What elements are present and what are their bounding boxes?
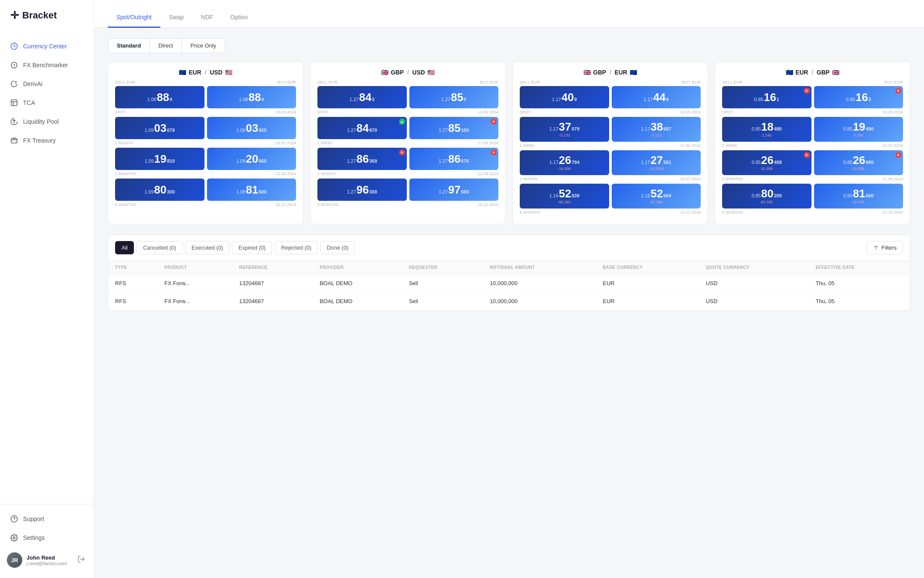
tab-swap[interactable]: Swap bbox=[160, 8, 192, 28]
mode-direct-button[interactable]: Direct bbox=[150, 39, 182, 53]
price-button-buy[interactable]: ▼ 1.27 85 100 bbox=[409, 117, 499, 139]
price-button-sell[interactable]: 1.09 80 300 bbox=[115, 179, 204, 201]
mode-standard-button[interactable]: Standard bbox=[108, 39, 150, 53]
table-row[interactable]: RFSFX Forw...13204687BOAL DEMOSell10,000… bbox=[108, 292, 910, 310]
price-button-sell[interactable]: 1.27 96 300 bbox=[317, 179, 407, 201]
price-prefix: 1.27 bbox=[347, 128, 356, 133]
price-display: 1.17 38 687 bbox=[641, 121, 671, 132]
price-main: 88 bbox=[157, 92, 169, 103]
price-button-sell[interactable]: 1.08 88 4 bbox=[115, 86, 204, 108]
sell-label: SELL EUR bbox=[722, 80, 742, 84]
sidebar-item-support[interactable]: Support bbox=[0, 509, 94, 528]
table-column-header: EFFECTIVE DATE bbox=[809, 261, 910, 274]
table-cell-quote-currency: USD bbox=[699, 274, 809, 292]
price-button-buy[interactable]: 1.08 88 4 bbox=[207, 86, 296, 108]
mode-price-only-button[interactable]: Price Only bbox=[182, 39, 225, 53]
price-display: 1.09 20 660 bbox=[236, 153, 267, 164]
period-label: 6 MONTHS bbox=[722, 210, 743, 215]
filter-tab-expired[interactable]: Expired (0) bbox=[232, 241, 272, 254]
price-button-buy[interactable]: 1.17 44 9 bbox=[612, 86, 701, 108]
bottom-panel: AllCancelled (0)Executed (0)Expired (0)R… bbox=[108, 235, 910, 311]
price-button-buy[interactable]: 1.09 03 925 bbox=[207, 117, 296, 139]
table-cell-provider: BOAL DEMO bbox=[313, 274, 402, 292]
price-button-buy[interactable]: 1.27 97 500 bbox=[409, 179, 499, 201]
price-suffix: 3 bbox=[372, 97, 374, 102]
sidebar-item-settings[interactable]: Settings bbox=[0, 528, 94, 547]
table-column-header: QUOTE CURRENCY bbox=[699, 261, 809, 274]
price-button-sell[interactable]: 0.85 18 490 2.240 bbox=[722, 117, 811, 142]
price-button-sell[interactable]: 1.17 26 794 -14.306 bbox=[520, 150, 609, 175]
price-button-buy[interactable]: ▼ 0.85 16 3 bbox=[814, 86, 903, 108]
price-button-sell[interactable]: 1.27 84 3 bbox=[317, 86, 407, 108]
price-button-sell[interactable]: ▼ 0.85 26 408 10.308 bbox=[722, 150, 811, 175]
price-button-sell[interactable]: ▲ 1.27 84 870 bbox=[317, 117, 407, 139]
tab-spot-outright[interactable]: Spot/Outright bbox=[108, 8, 160, 28]
tab-ndf[interactable]: NDF bbox=[192, 8, 222, 28]
filter-tab-rejected[interactable]: Rejected (0) bbox=[275, 241, 318, 254]
filter-tab-cancelled[interactable]: Cancelled (0) bbox=[136, 241, 182, 254]
period-row: SPOT 10.05.2024 bbox=[115, 110, 296, 114]
price-display: 1.09 03 079 bbox=[145, 122, 175, 134]
svg-rect-2 bbox=[11, 100, 17, 106]
price-button-buy[interactable]: 1.17 27 581 -14.2199 bbox=[612, 150, 701, 175]
price-button-sell[interactable]: 1.16 52 839 -88.261 bbox=[520, 184, 609, 209]
price-button-sell[interactable]: ▼ 0.85 16 1 bbox=[722, 86, 811, 108]
price-button-buy[interactable]: 1.16 52 604 -87.196 bbox=[612, 184, 701, 209]
price-button-buy[interactable]: 1.27 85 0 bbox=[409, 86, 499, 108]
price-button-sell[interactable]: 1.17 40 9 bbox=[520, 86, 609, 108]
sell-label: SELL EUR bbox=[520, 80, 540, 84]
page-body: Standard Direct Price Only 🇪🇺 EUR / USD … bbox=[94, 28, 924, 321]
filter-tab-done[interactable]: Done (0) bbox=[320, 241, 355, 254]
separator: / bbox=[407, 69, 409, 76]
price-main: 26 bbox=[761, 155, 773, 166]
sidebar-item-derivai[interactable]: DerivAi bbox=[0, 74, 94, 93]
period-label: 2 MONTHS bbox=[115, 172, 136, 176]
table-cell-base-currency: EUR bbox=[596, 274, 699, 292]
price-button-buy[interactable]: 0.85 19 490 2.290 bbox=[814, 117, 903, 142]
filter-tab-all[interactable]: All bbox=[115, 241, 134, 254]
price-prefix: 1.17 bbox=[549, 126, 558, 131]
sidebar-item-fx-treasury[interactable]: FX Treasury bbox=[0, 131, 94, 150]
price-row: ▲ 1.27 84 870 ▼ 1.27 85 100 bbox=[317, 117, 498, 139]
price-prefix: 0.85 bbox=[752, 126, 761, 131]
period-date: 17.06.2024 bbox=[478, 141, 498, 145]
price-button-buy[interactable]: 1.09 20 660 bbox=[207, 148, 296, 170]
price-main: 18 bbox=[761, 121, 773, 132]
price-button-sell[interactable]: 1.17 37 079 -3.170 bbox=[520, 117, 609, 142]
table-row[interactable]: RFSFX Forw...13204687BOAL DEMOSell10,000… bbox=[108, 274, 910, 292]
filter-tabs: AllCancelled (0)Executed (0)Expired (0)R… bbox=[108, 235, 910, 261]
table-cell-notional-amount: 10,000,000 bbox=[483, 274, 596, 292]
tab-navigation: Spot/Outright Swap NDF Option bbox=[108, 8, 910, 27]
price-button-buy[interactable]: ▼ 0.85 26 680 10.308 bbox=[814, 150, 903, 175]
filters-button[interactable]: Filters bbox=[867, 241, 903, 254]
price-row: 1.17 37 079 -3.170 1.17 38 687 -3.113 bbox=[520, 117, 701, 142]
price-button-buy[interactable]: 1.08 81 500 bbox=[207, 179, 296, 201]
buy-label: BUY EUR bbox=[682, 80, 701, 84]
sidebar-item-liquidity-pool[interactable]: Liquidity Pool bbox=[0, 112, 94, 131]
sidebar-item-fx-benchmarker[interactable]: FX Benchmarker bbox=[0, 56, 94, 74]
price-suffix: 600 bbox=[866, 193, 874, 198]
price-button-buy[interactable]: ▼ 1.27 86 676 bbox=[409, 148, 499, 170]
price-suffix: 369 bbox=[369, 158, 377, 164]
logout-button[interactable] bbox=[76, 554, 87, 566]
price-button-sell[interactable]: 0.85 80 200 63.700 bbox=[722, 184, 811, 209]
filter-tab-executed[interactable]: Executed (0) bbox=[185, 241, 230, 254]
price-suffix: 870 bbox=[369, 128, 377, 133]
price-button-buy[interactable]: 1.17 38 687 -3.113 bbox=[612, 117, 701, 142]
price-row: 1.09 19 810 1.09 20 660 bbox=[115, 148, 296, 170]
period-date: 12.08.2024 bbox=[883, 177, 903, 181]
price-button-sell[interactable]: ▼ 1.27 86 369 bbox=[317, 148, 407, 170]
price-button-sell[interactable]: 1.09 19 810 bbox=[115, 148, 204, 170]
period-date: 10.07.2024 bbox=[680, 177, 701, 181]
sidebar-item-tca[interactable]: TCA bbox=[0, 93, 94, 112]
price-button-sell[interactable]: 1.09 03 079 bbox=[115, 117, 204, 139]
sidebar-item-currency-center[interactable]: Currency Center bbox=[0, 37, 94, 56]
price-main: 86 bbox=[448, 153, 461, 164]
tab-option[interactable]: Option bbox=[222, 8, 256, 28]
user-email: j.reed@factory.com bbox=[27, 561, 71, 566]
price-button-buy[interactable]: 0.85 81 600 63.700 bbox=[814, 184, 903, 209]
price-row: ▼ 0.85 26 408 10.308 ▼ 0.85 26 680 bbox=[722, 150, 903, 175]
price-display: 0.85 80 200 bbox=[752, 188, 782, 199]
price-prefix: 1.16 bbox=[549, 193, 558, 198]
price-main: 26 bbox=[559, 155, 571, 166]
